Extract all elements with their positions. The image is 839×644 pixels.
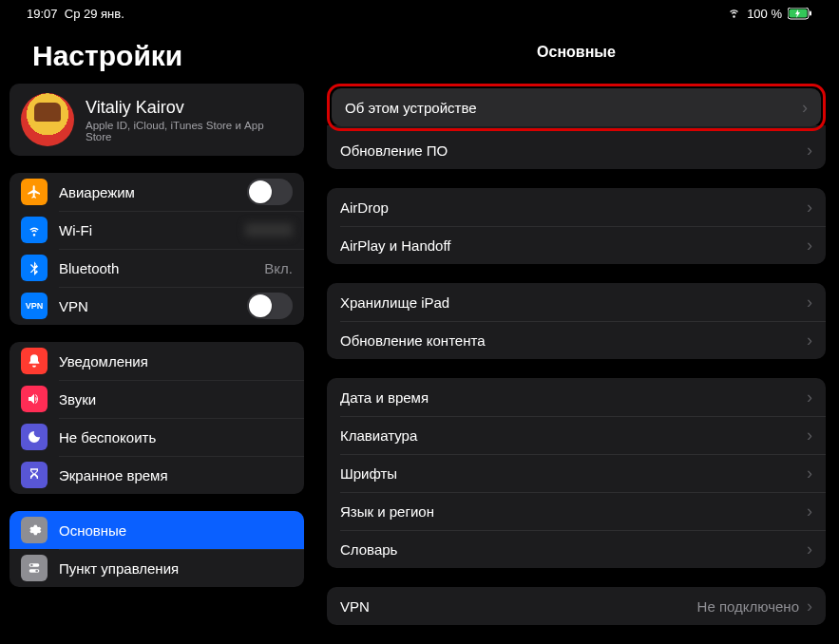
row-keyboard[interactable]: Клавиатура› [327,416,826,454]
highlight-about: Об этом устройстве › [327,84,826,131]
gear-icon [21,517,48,543]
sidebar: Настройки Vitaliy Kairov Apple ID, iClou… [0,27,314,644]
sidebar-item-screentime[interactable]: Экранное время [10,456,304,494]
sidebar-item-sounds[interactable]: Звуки [10,380,304,418]
vpn-icon: VPN [21,293,48,319]
speaker-icon [21,386,48,412]
svg-point-5 [30,564,33,567]
row-airdrop[interactable]: AirDrop› [327,188,826,226]
hourglass-icon [21,462,48,488]
sidebar-item-bluetooth[interactable]: Bluetooth Вкл. [10,249,304,287]
moon-icon [21,424,48,450]
sidebar-item-vpn[interactable]: VPN VPN [10,287,304,325]
sidebar-item-control-center[interactable]: Пункт управления [10,549,304,587]
airplane-toggle[interactable] [247,179,293,205]
sidebar-item-wifi[interactable]: Wi-Fi [10,211,304,249]
status-right: 100 % [727,5,812,22]
chevron-right-icon: › [807,540,812,558]
toggles-icon [21,555,48,581]
chevron-right-icon: › [807,237,812,254]
wifi-icon [21,217,48,243]
chevron-right-icon: › [807,142,812,159]
row-vpn[interactable]: VPNНе подключено› [327,587,826,625]
status-bar: 19:07 Ср 29 янв. 100 % [0,0,839,27]
row-fonts[interactable]: Шрифты› [327,454,826,492]
bell-icon [21,348,48,374]
bluetooth-icon [21,255,48,281]
row-language[interactable]: Язык и регион› [327,492,826,530]
sidebar-item-notifications[interactable]: Уведомления [10,342,304,380]
avatar [21,93,74,146]
row-software-update[interactable]: Обновление ПО › [327,131,826,169]
settings-title: Настройки [32,40,304,72]
row-datetime[interactable]: Дата и время› [327,378,826,416]
profile-sub: Apple ID, iCloud, iTunes Store и App Sto… [86,120,293,142]
row-airplay[interactable]: AirPlay и Handoff› [327,226,826,264]
chevron-right-icon: › [807,294,812,311]
sidebar-item-general[interactable]: Основные [10,511,304,549]
main-panel: Основные Об этом устройстве › Обновление… [314,27,839,644]
wifi-icon [727,5,741,22]
chevron-right-icon: › [807,597,812,615]
row-about[interactable]: Об этом устройстве › [332,88,821,126]
main-title: Основные [327,27,826,84]
row-background-refresh[interactable]: Обновление контента› [327,321,826,359]
chevron-right-icon: › [807,388,812,406]
battery-icon [788,8,812,20]
sidebar-item-dnd[interactable]: Не беспокоить [10,418,304,456]
chevron-right-icon: › [807,331,812,349]
vpn-toggle[interactable] [247,293,293,319]
chevron-right-icon: › [802,99,808,116]
sidebar-item-airplane[interactable]: Авиарежим [10,173,304,211]
svg-rect-2 [810,10,811,15]
chevron-right-icon: › [807,426,812,444]
profile-card[interactable]: Vitaliy Kairov Apple ID, iCloud, iTunes … [10,84,304,156]
battery-percent: 100 % [747,7,782,21]
chevron-right-icon: › [807,464,812,482]
profile-name: Vitaliy Kairov [86,98,293,118]
airplane-icon [21,179,48,205]
row-storage[interactable]: Хранилище iPad› [327,283,826,321]
row-dictionary[interactable]: Словарь› [327,530,826,568]
svg-point-6 [35,570,38,573]
chevron-right-icon: › [807,199,812,216]
status-time-date: 19:07 Ср 29 янв. [27,7,124,21]
chevron-right-icon: › [807,502,812,520]
